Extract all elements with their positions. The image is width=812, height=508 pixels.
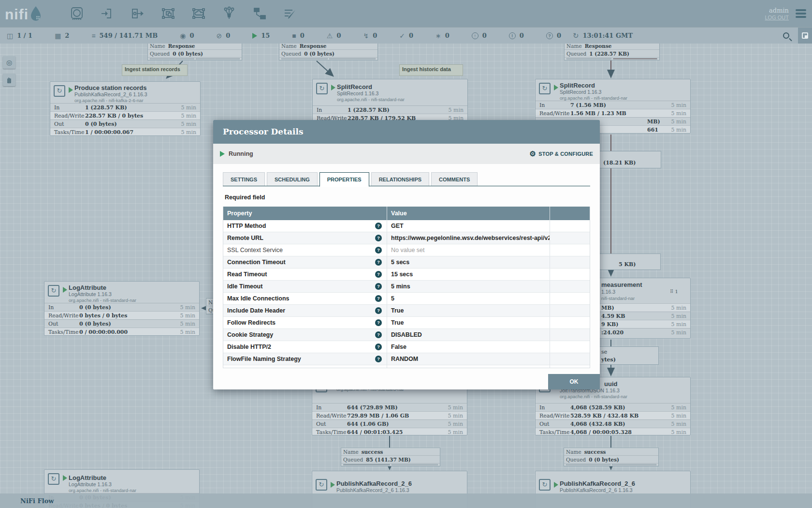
breadcrumb[interactable]: NiFi Flow (0, 493, 812, 508)
processor-icon: ↻ (316, 479, 327, 491)
backpressure-bars (279, 58, 377, 60)
property-row[interactable]: Disable HTTP/2?False (223, 341, 590, 353)
processor-icon: ↻ (316, 83, 328, 94)
connection-label[interactable]: Namesuccess Queued85 (141.37 MB) (341, 448, 440, 466)
warning-icon: ⚠ (327, 32, 333, 39)
processor-bundle: org.apache.nifi - nifi-standard-nar (69, 488, 199, 493)
help-icon[interactable]: ? (375, 271, 382, 278)
stat-row: Out0 (0 bytes)5 min (50, 120, 200, 128)
required-field-note: Required field (225, 194, 590, 201)
help-icon[interactable]: ? (375, 331, 382, 338)
processor-bundle: org.apache.nifi - nifi-standard-nar (560, 95, 690, 101)
nifi-app: ◎ Ingest station records Ingest historic… (0, 0, 812, 508)
property-row[interactable]: Max Idle Connections?5 (223, 293, 590, 305)
property-row[interactable]: Cookie Strategy?DISABLED (223, 329, 590, 341)
remote-process-group-icon[interactable] (191, 6, 206, 21)
search-icon[interactable] (783, 32, 789, 39)
navigate-palette-button[interactable]: ◎ (3, 56, 15, 69)
process-group-icon[interactable] (161, 6, 175, 21)
tab-relationships[interactable]: RELATIONSHIPS (371, 172, 429, 186)
template-icon[interactable] (252, 6, 267, 21)
running-icon (554, 482, 558, 488)
table-header: Property Value (223, 207, 590, 220)
tab-scheduling[interactable]: SCHEDULING (267, 172, 318, 186)
refresh-icon[interactable]: ↻ (573, 32, 579, 39)
help-icon[interactable]: ? (375, 283, 382, 290)
property-row[interactable]: Idle Timeout?5 mins (223, 281, 590, 293)
property-row[interactable]: Remote URL?https://www.pegelonline.wsv.d… (223, 232, 590, 244)
processor-type: SplitRecord 1.16.3 (560, 89, 690, 95)
stat-row: Tasks/Time1 / 00:00:00.0675 min (50, 128, 200, 136)
nifi-logo-text: nifi (5, 7, 29, 22)
status-active-threads: ▦2 (55, 32, 69, 39)
processor-icon: ↻ (48, 285, 59, 297)
property-row[interactable]: Read Timeout?15 secs (223, 269, 590, 281)
connection-label[interactable]: NameResponse Queued0 (0 bytes) (147, 42, 242, 60)
value-column-header: Value (387, 207, 550, 220)
status-bar: ◫1 / 1 ▦2 ≡549 / 141.71 MB ◉0 ⊘0 15 ■0 ⚠… (0, 27, 812, 44)
processor-icon: ↻ (48, 473, 59, 485)
help-icon[interactable]: ? (375, 259, 382, 266)
backpressure-bars (565, 58, 659, 60)
processor-bundle: org.apache.nifi - nifi-standard-nar (560, 394, 690, 400)
processor[interactable]: ↻ Produce station records PublishKafkaRe… (50, 81, 201, 136)
funnel-icon[interactable] (222, 6, 236, 21)
tab-comments[interactable]: COMMENTS (431, 172, 478, 186)
status-disabled: ↯0 (363, 32, 377, 39)
property-row[interactable]: Follow Redirects?True (223, 317, 590, 329)
connection-label[interactable]: Namesuccess Queued0 (0 bytes) (564, 448, 659, 466)
help-icon[interactable]: ? (375, 223, 382, 229)
bulletin-button[interactable] (798, 28, 812, 44)
status-transmitting: ◉0 (180, 32, 194, 39)
help-icon[interactable]: ? (375, 295, 382, 302)
help-icon[interactable]: ? (375, 247, 382, 254)
input-port-icon[interactable] (100, 6, 115, 21)
help-icon[interactable]: ? (375, 319, 382, 326)
logout-link[interactable]: LOG OUT (765, 14, 789, 21)
property-row[interactable]: FlowFile Naming Strategy?RANDOM (223, 353, 590, 365)
connection-label[interactable]: NameResponse Queued1 (228.57 KB) (564, 42, 660, 60)
stop-and-configure-button[interactable]: ⚙ STOP & CONFIGURE (530, 149, 593, 158)
tab-properties[interactable]: PROPERTIES (319, 172, 369, 187)
tab-settings[interactable]: SETTINGS (223, 172, 265, 186)
stat-row: Out4,068 (432.48 KB)5 min (536, 419, 690, 428)
status-running: 15 (252, 32, 270, 39)
note-icon (802, 32, 808, 39)
running-icon (331, 482, 335, 488)
help-icon[interactable]: ? (375, 307, 382, 314)
property-row[interactable]: Include Date Header?True (223, 305, 590, 317)
flow-label[interactable]: Ingest historic data (399, 64, 463, 76)
operate-palette-button[interactable] (3, 74, 15, 86)
property-row[interactable]: SSL Context Service?No value set (223, 244, 590, 256)
global-menu-icon[interactable] (796, 8, 806, 19)
help-icon[interactable]: ? (375, 235, 382, 241)
processor[interactable]: ↻ LogAttribute LogAttribute 1.16.3 org.a… (44, 281, 200, 336)
label-icon[interactable] (283, 6, 297, 21)
help-icon[interactable]: ? (375, 344, 382, 350)
processor-type: PublishKafkaRecord_2_6 1.16.3 (560, 487, 690, 493)
queue-icon: ≡ (91, 32, 95, 39)
backpressure-bars (341, 463, 440, 466)
property-row[interactable]: Attributes to Send?No value set (223, 365, 590, 368)
breadcrumb-root[interactable]: NiFi Flow (20, 497, 54, 505)
property-row[interactable]: HTTP Method?GET (223, 220, 590, 232)
status-modified-stale: !0 (509, 32, 524, 39)
stat-row: In1 (228.57 KB)5 min (313, 105, 467, 114)
help-icon[interactable]: ? (375, 356, 382, 362)
processor-type: LogAttribute 1.16.3 (69, 291, 199, 298)
ok-button[interactable]: OK (548, 374, 600, 389)
processor-component-icon[interactable] (70, 6, 84, 21)
current-user: admin (769, 7, 789, 14)
stat-row: Read/Write0 bytes / 0 bytes5 min (44, 311, 199, 319)
flow-label[interactable]: Ingest station records (122, 64, 188, 76)
running-icon (252, 33, 257, 39)
connection-label[interactable]: NameResponse Queued0 (0 bytes) (279, 42, 378, 60)
processor-type: PublishKafkaRecord_2_6 1.16.3 (336, 487, 467, 493)
help-icon[interactable]: ? (375, 368, 382, 368)
processor-type: LogAttribute 1.16.3 (69, 481, 199, 488)
output-port-icon[interactable] (130, 6, 145, 21)
exclamation-circle-icon: ! (509, 32, 516, 39)
running-status-icon (220, 151, 225, 157)
property-row[interactable]: Connection Timeout?5 secs (223, 256, 590, 269)
stat-row: Tasks/Time644 / 00:01:03.4255 min (312, 428, 467, 435)
